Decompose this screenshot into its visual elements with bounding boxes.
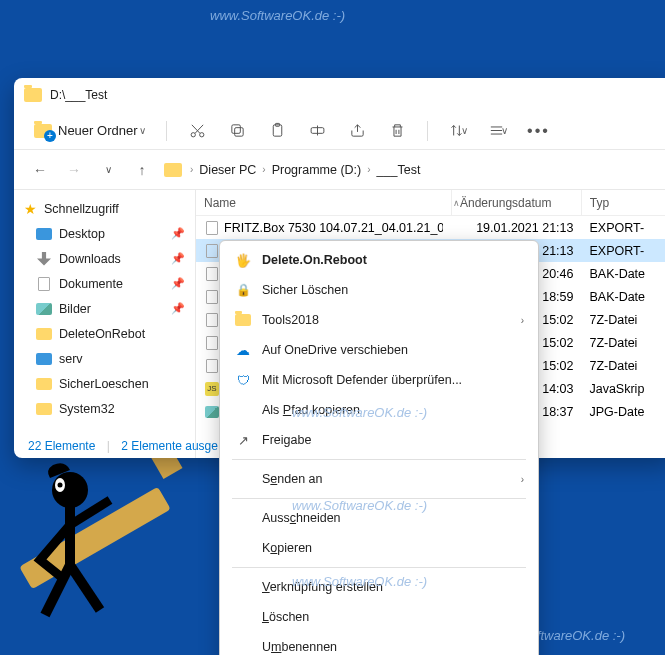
pic-icon	[36, 302, 52, 316]
sidebar-quick-access[interactable]: ★ Schnellzugriff	[14, 196, 195, 221]
hand-icon: 🖐	[234, 251, 252, 269]
sidebar-item[interactable]: serv	[14, 346, 195, 371]
context-menu-item[interactable]: ☁Auf OneDrive verschieben	[220, 335, 538, 365]
share-button[interactable]	[341, 117, 373, 145]
breadcrumb-item[interactable]: Programme (D:)	[272, 163, 362, 177]
file-type: EXPORT-	[581, 244, 665, 258]
context-menu-item[interactable]: 🛡Mit Microsoft Defender überprüfen...	[220, 365, 538, 395]
download-icon	[36, 252, 52, 266]
chevron-right-icon: ›	[521, 474, 524, 485]
back-button[interactable]: ←	[28, 158, 52, 182]
context-menu-item[interactable]: Tools2018›	[220, 305, 538, 335]
file-icon	[204, 266, 220, 282]
pin-icon: 📌	[171, 227, 185, 240]
pin-icon: 📌	[171, 277, 185, 290]
context-menu-label: Sicher Löschen	[262, 283, 348, 297]
file-icon	[204, 289, 220, 305]
context-menu-item[interactable]: Senden an›	[220, 464, 538, 494]
paste-button[interactable]	[261, 117, 293, 145]
context-menu-label: Senden an	[262, 472, 322, 486]
desktop-icon	[36, 227, 52, 241]
file-name: FRITZ.Box 7530 104.07.21_04.01.21_0945 (…	[224, 221, 443, 235]
breadcrumb[interactable]: › Dieser PC › Programme (D:) › ___Test	[164, 163, 420, 177]
file-icon	[204, 335, 220, 351]
breadcrumb-item[interactable]: ___Test	[377, 163, 421, 177]
separator	[166, 121, 167, 141]
sidebar: ★ Schnellzugriff Desktop📌Downloads📌Dokum…	[14, 190, 196, 458]
column-type[interactable]: Typ	[581, 190, 665, 215]
rename-button[interactable]	[301, 117, 333, 145]
file-type: EXPORT-	[581, 221, 665, 235]
forward-button[interactable]: →	[62, 158, 86, 182]
cut-button[interactable]	[181, 117, 213, 145]
sidebar-item-label: Bilder	[59, 302, 91, 316]
chevron-down-icon[interactable]: ∨	[96, 158, 120, 182]
separator	[232, 459, 526, 460]
sidebar-item[interactable]: Downloads📌	[14, 246, 195, 271]
watermark: www.SoftwareOK.de :-)	[292, 498, 427, 513]
sidebar-item-label: serv	[59, 352, 83, 366]
svg-rect-8	[235, 128, 244, 137]
more-button[interactable]: •••	[522, 117, 554, 145]
star-icon: ★	[24, 201, 37, 217]
titlebar[interactable]: D:\___Test	[14, 78, 665, 112]
sidebar-item[interactable]: Desktop📌	[14, 221, 195, 246]
copy-button[interactable]	[221, 117, 253, 145]
column-name[interactable]: Name	[196, 190, 445, 215]
separator	[232, 567, 526, 568]
share-icon: ↗	[234, 431, 252, 449]
sidebar-item[interactable]: System32	[14, 396, 195, 421]
chevron-right-icon: ›	[190, 164, 193, 175]
file-icon	[204, 404, 220, 420]
delete-button[interactable]	[381, 117, 413, 145]
context-menu-label: Freigabe	[262, 433, 311, 447]
context-menu-item[interactable]: 🔒Sicher Löschen	[220, 275, 538, 305]
svg-point-6	[191, 133, 195, 137]
sidebar-item-label: Downloads	[59, 252, 121, 266]
file-row[interactable]: FRITZ.Box 7530 104.07.21_04.01.21_0945 (…	[196, 216, 665, 239]
svg-rect-0	[19, 487, 171, 590]
pin-icon: 📌	[171, 302, 185, 315]
context-menu-item[interactable]: 🖐Delete.On.Reboot	[220, 245, 538, 275]
folder-icon	[36, 327, 52, 341]
context-menu-label: Tools2018	[262, 313, 319, 327]
file-type: 7Z-Datei	[581, 336, 665, 350]
breadcrumb-item[interactable]: Dieser PC	[199, 163, 256, 177]
sidebar-item[interactable]: SicherLoeschen	[14, 371, 195, 396]
svg-point-7	[200, 133, 204, 137]
sidebar-item[interactable]: DeleteOnRebot	[14, 321, 195, 346]
sidebar-item[interactable]: Bilder📌	[14, 296, 195, 321]
folder-icon	[36, 402, 52, 416]
doc-icon	[36, 277, 52, 291]
shield-icon: 🛡	[234, 371, 252, 389]
context-menu-item[interactable]: ↗Freigabe	[220, 425, 538, 455]
context-menu-label: Ausschneiden	[262, 511, 341, 525]
file-icon	[204, 312, 220, 328]
watermark: www.SoftwareOK.de :-)	[210, 8, 345, 23]
column-date[interactable]: Änderungsdatum	[451, 190, 581, 215]
folder-icon	[36, 377, 52, 391]
chevron-right-icon: ›	[367, 164, 370, 175]
view-button[interactable]: ∨	[482, 117, 514, 145]
file-type: 7Z-Datei	[581, 313, 665, 327]
file-type: JavaSkrip	[581, 382, 665, 396]
context-menu-item[interactable]: Kopieren	[220, 533, 538, 563]
sidebar-item-label: DeleteOnRebot	[59, 327, 145, 341]
sort-button[interactable]: ∨	[442, 117, 474, 145]
cloud-icon: ☁	[234, 341, 252, 359]
sidebar-item[interactable]: Dokumente📌	[14, 271, 195, 296]
up-button[interactable]: ↑	[130, 158, 154, 182]
chevron-right-icon: ›	[262, 164, 265, 175]
watermark: www.SoftwareOK.de :-)	[292, 405, 427, 420]
new-folder-button[interactable]: Neuer Ordner ∨	[28, 119, 152, 142]
context-menu: 🖐Delete.On.Reboot🔒Sicher LöschenTools201…	[219, 240, 539, 655]
blank-icon	[234, 401, 252, 419]
context-menu-item[interactable]: Löschen	[220, 602, 538, 632]
chevron-right-icon: ›	[521, 315, 524, 326]
new-folder-icon	[34, 124, 52, 138]
sidebar-item-label: Desktop	[59, 227, 105, 241]
context-menu-item[interactable]: Umbenennen	[220, 632, 538, 655]
file-icon	[204, 358, 220, 374]
address-bar: ← → ∨ ↑ › Dieser PC › Programme (D:) › _…	[14, 150, 665, 190]
file-icon	[204, 243, 220, 259]
